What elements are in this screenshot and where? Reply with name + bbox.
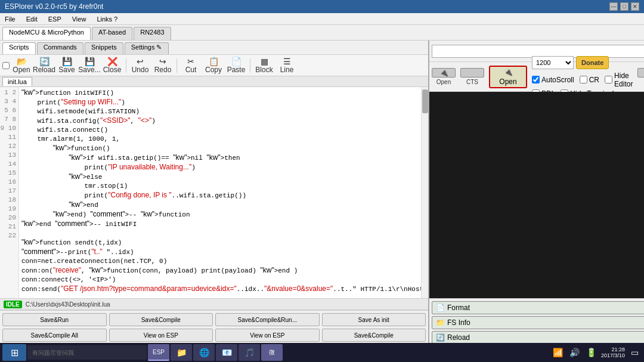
save-as-icon: 💾 — [85, 57, 95, 66]
undo-button[interactable]: ↩ Undo — [129, 57, 151, 75]
open-large-label: Open — [499, 78, 516, 86]
redo-icon: ↪ — [159, 57, 166, 66]
dtr-btn[interactable] — [637, 68, 644, 78]
menu-file[interactable]: File — [2, 14, 18, 24]
tab-commands[interactable]: Commands — [37, 42, 83, 54]
status-path: C:\Users\dxjs43\Desktop\init.lua — [26, 301, 110, 308]
menu-esp[interactable]: ESP — [46, 14, 64, 24]
save-compile-button[interactable]: Save&Compile — [109, 313, 213, 326]
hide-editor-checkbox[interactable] — [605, 76, 612, 83]
view-on-esp-button-1[interactable]: View on ESP — [109, 329, 213, 342]
hide-editor-label: Hide Editor — [614, 72, 633, 88]
block-button[interactable]: ▦ Block — [253, 57, 275, 75]
save-run-button[interactable]: Save&Run — [2, 313, 107, 326]
copy-icon: 📋 — [209, 57, 219, 66]
show-desktop-icon[interactable]: ▭ — [627, 345, 642, 360]
save-as-init-button[interactable]: Save As init — [322, 313, 426, 326]
fs-info-icon: 📁 — [436, 318, 445, 327]
save-compile-run-button[interactable]: Save&Compile&Run... — [215, 313, 320, 326]
start-button[interactable]: ⊞ — [2, 344, 26, 361]
format-icon: 📄 — [436, 304, 445, 312]
save-button[interactable]: 💾 Save — [56, 57, 78, 75]
editor-scrollbar[interactable] — [421, 87, 428, 298]
redo-button[interactable]: ↪ Redo — [152, 57, 174, 75]
cr-checkbox[interactable] — [580, 76, 587, 83]
app-icon: ESP — [153, 349, 165, 355]
close-file-icon: ❌ — [107, 57, 117, 66]
tab-nodemcu[interactable]: NodeMCU & MicroPython — [2, 27, 91, 40]
menu-links[interactable]: Links ? — [94, 14, 120, 24]
toolbar-separator-2 — [177, 58, 177, 73]
taskbar-search[interactable] — [27, 345, 147, 360]
maximize-button[interactable]: □ — [620, 2, 628, 11]
reload-icon: 🔄 — [39, 57, 49, 66]
minimize-button[interactable]: — — [609, 2, 618, 11]
paste-button[interactable]: 📄 Paste — [225, 57, 247, 75]
close-button[interactable]: ✕ — [631, 2, 639, 11]
save-as-button[interactable]: 💾 Save... — [79, 57, 100, 75]
mcu-tabs: NodeMCU & MicroPython AT-based RN2483 — [0, 25, 644, 41]
tab-snippets[interactable]: Snippets — [85, 42, 123, 54]
open-large-button[interactable]: 🔌 Open — [489, 66, 527, 88]
file-tab-init[interactable]: init.lua — [2, 77, 32, 86]
code-editor[interactable]: "kw">function initWIFI() print("Setting … — [19, 87, 421, 298]
menu-view[interactable]: View — [70, 14, 89, 24]
save-compile-button-2[interactable]: Save&Compile — [322, 329, 426, 342]
status-badge: IDLE — [4, 301, 22, 308]
paste-icon: 📄 — [231, 57, 242, 66]
tab-at-based[interactable]: AT-based — [92, 27, 132, 40]
cts-btn[interactable] — [460, 68, 484, 78]
windows-icon: ⊞ — [11, 347, 18, 358]
editor-area[interactable]: 1 2 3 4 5 6 7 8 9 10 11 12 13 14 15 16 1… — [0, 87, 428, 298]
reload-button[interactable]: 🔄 Reload — [33, 57, 55, 75]
main-layout: Scripts Commands Snippets Settings ✎ 📂 O… — [0, 41, 644, 362]
connection-buttons: 🔌 Open CTS 🔌 Open 1200 Donate — [429, 62, 644, 92]
taskbar-app-folder[interactable]: 📁 — [171, 344, 192, 361]
cts-label: CTS — [466, 79, 478, 85]
left-panel: Scripts Commands Snippets Settings ✎ 📂 O… — [0, 41, 429, 362]
save-icon: 💾 — [62, 57, 72, 66]
dtr-group: DTR — [637, 68, 644, 85]
open-large-icon: 🔌 — [504, 68, 513, 76]
view-on-esp-button-2[interactable]: View on ESP — [215, 329, 320, 342]
donate-button[interactable]: Donate — [576, 56, 609, 69]
line-button[interactable]: ☰ Line — [276, 57, 298, 75]
terminal-area[interactable] — [429, 92, 644, 298]
toolbar-separator-1 — [126, 58, 126, 73]
fs-info-button[interactable]: 📁 FS Info — [432, 316, 644, 329]
reload-esp-button[interactable]: 🔄 Reload — [432, 331, 644, 344]
taskbar-app-media[interactable]: 🎵 — [239, 344, 260, 361]
right-actions: 📄 Format 📁 FS Info 🔄 Reload — [429, 298, 644, 346]
tab-settings[interactable]: Settings ✎ — [125, 42, 169, 54]
undo-icon: ↩ — [137, 57, 144, 66]
volume-icon: 🔊 — [568, 345, 582, 360]
taskbar-app-esplorer[interactable]: ESP — [148, 344, 169, 361]
select-all-checkbox[interactable] — [2, 62, 10, 69]
taskbar-app-browser[interactable]: 🌐 — [193, 344, 215, 361]
taskbar-time: 21:28 — [611, 346, 625, 352]
taskbar-apps: ESP 📁 🌐 📧 🎵 微 — [148, 344, 283, 361]
autoscroll-label: AutoScroll — [541, 76, 574, 84]
tab-scripts[interactable]: Scripts — [2, 42, 36, 54]
autoscroll-checkbox[interactable] — [532, 76, 540, 83]
open-small-btn[interactable]: 🔌 — [432, 68, 456, 78]
baud-rate-select[interactable]: 1200 — [532, 56, 574, 69]
window-controls: — □ ✕ — [609, 2, 639, 11]
taskbar-app-wechat[interactable]: 微 — [261, 344, 283, 361]
line-numbers: 1 2 3 4 5 6 7 8 9 10 11 12 13 14 15 16 1… — [0, 87, 19, 298]
format-button[interactable]: 📄 Format — [432, 301, 644, 314]
open-icon: 📂 — [17, 57, 27, 66]
open-button[interactable]: 📂 Open — [11, 57, 32, 75]
taskbar-app-email[interactable]: 📧 — [216, 344, 237, 361]
save-compile-all-button[interactable]: Save&Compile All — [2, 329, 107, 342]
app-title: ESPlorer v0.2.0-rc5 by 4refr0nt — [5, 2, 103, 11]
battery-icon: 🔋 — [584, 345, 599, 360]
cut-button[interactable]: ✂ Cut — [180, 57, 202, 75]
close-file-button[interactable]: ❌ Close — [101, 57, 123, 75]
tab-rn2483[interactable]: RN2483 — [134, 27, 171, 40]
copy-button[interactable]: 📋 Copy — [203, 57, 224, 75]
cut-icon: ✂ — [187, 57, 194, 66]
menu-edit[interactable]: Edit — [24, 14, 40, 24]
cts-group: CTS — [460, 68, 484, 85]
menu-bar: File Edit ESP View Links ? — [0, 13, 644, 25]
